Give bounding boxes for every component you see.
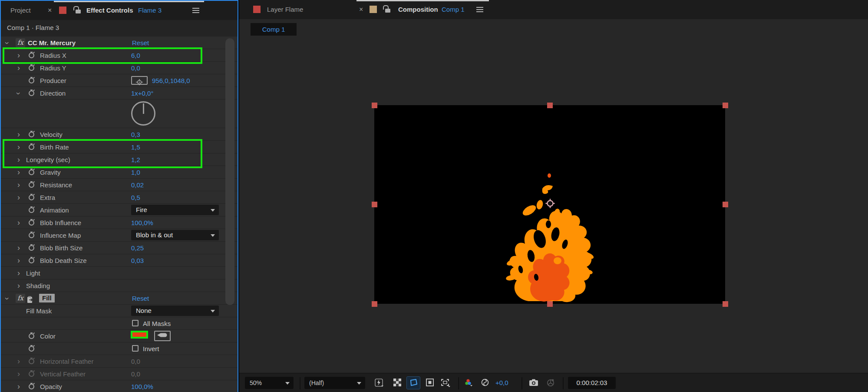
reset-button[interactable]: Reset [132,292,149,305]
tab-composition-target[interactable]: Comp 1 [442,0,465,19]
fast-previews-button[interactable] [373,377,386,389]
composition-viewport[interactable] [374,105,725,304]
param-value[interactable]: 1,2 [131,153,140,166]
dropdown-animation[interactable]: Fire [131,205,219,215]
stopwatch-icon[interactable] [29,53,34,58]
stopwatch-icon[interactable] [29,144,34,150]
twirl-icon[interactable]: › [17,62,20,74]
timecode-display[interactable]: 0:00:02:03 [568,377,616,389]
guides-grid-options-button[interactable] [439,377,452,389]
tab-effect-controls-target[interactable]: Flame 3 [138,1,162,20]
twirl-icon[interactable]: › [17,153,20,166]
fx-badge[interactable]: fx [16,294,25,303]
param-value[interactable]: 0,03 [131,254,144,267]
handle-top-center[interactable] [547,103,553,108]
close-panel-icon[interactable]: × [48,1,52,20]
twirl-icon[interactable]: › [17,191,20,204]
channel-views-button[interactable] [462,377,475,389]
twirl-icon[interactable]: › [17,380,20,392]
tab-effect-controls[interactable]: Effect Controls [86,1,133,20]
stopwatch-icon[interactable] [29,90,34,96]
stopwatch-icon[interactable] [29,333,34,339]
region-of-interest-button[interactable] [423,377,436,389]
fx-badge[interactable]: fx [16,38,25,47]
stopwatch-icon[interactable] [29,220,34,226]
param-value[interactable]: 0,3 [131,128,140,141]
param-value[interactable]: 956,0,1048,0 [152,74,190,87]
twirl-icon[interactable]: › [17,216,20,229]
handle-mid-left[interactable] [372,202,377,207]
zoom-dropdown[interactable]: 50% [245,377,294,389]
stopwatch-icon[interactable] [29,195,34,200]
stopwatch-icon[interactable] [29,132,34,137]
tab-project[interactable]: Project [10,1,31,20]
param-value[interactable]: 1,0 [131,166,140,179]
stopwatch-icon[interactable] [29,182,34,188]
param-value[interactable]: 0,5 [131,191,140,204]
stopwatch-icon[interactable] [29,371,34,377]
stopwatch-icon[interactable] [29,207,34,213]
direction-dial[interactable] [131,101,155,126]
stopwatch-icon[interactable] [29,78,34,83]
handle-bottom-left[interactable] [372,301,377,307]
param-value[interactable]: 100,0% [131,216,153,229]
twirl-icon[interactable]: › [17,368,20,380]
stopwatch-icon[interactable] [29,359,34,364]
label-color-swatch[interactable] [59,7,66,14]
show-snapshot-button[interactable] [544,377,557,389]
close-panel-icon[interactable]: × [359,0,363,19]
checkbox-invert[interactable] [132,345,139,352]
twirl-icon[interactable]: › [17,49,20,62]
stopwatch-icon[interactable] [29,65,34,71]
reset-button[interactable]: Reset [132,37,149,49]
twirl-icon[interactable]: › [17,279,20,292]
twirl-icon[interactable]: › [17,355,20,368]
dropdown-fill-mask[interactable]: None [131,306,219,316]
param-value[interactable]: 1x+0,0° [131,87,153,100]
layer-label-color-swatch[interactable] [253,6,261,13]
stopwatch-icon[interactable] [29,346,34,352]
twirl-icon[interactable]: › [17,179,20,191]
scrollbar-thumb[interactable] [225,38,234,305]
tab-layer[interactable]: Layer Flame [267,0,303,19]
handle-top-left[interactable] [372,103,377,108]
exposure-value[interactable]: +0,0 [495,377,508,389]
handle-bottom-center[interactable] [547,301,553,307]
param-value[interactable]: 0,02 [131,179,144,191]
unlock-icon[interactable] [385,9,390,13]
twirl-icon[interactable]: › [17,141,20,153]
twirl-icon[interactable]: › [1,297,13,300]
dropdown-influence-map[interactable]: Blob in & out [131,230,219,240]
comp-selector-tab[interactable]: Comp 1 [251,23,297,36]
comp-label-color-swatch[interactable] [370,6,377,13]
stopwatch-icon[interactable] [29,169,34,175]
resolution-dropdown[interactable]: (Half) [304,377,365,389]
param-value[interactable]: 6,0 [131,49,140,62]
stopwatch-icon[interactable] [29,258,34,263]
snapshot-button[interactable] [527,377,540,389]
mask-visibility-button[interactable] [407,377,420,389]
tab-composition[interactable]: Composition [398,0,438,19]
param-value[interactable]: 0,0 [131,355,140,368]
exposure-toggle-button[interactable] [479,377,492,389]
twirl-icon[interactable]: › [12,92,25,95]
unlock-icon[interactable] [76,10,81,13]
handle-bottom-right[interactable] [723,301,728,307]
twirl-icon[interactable]: › [17,128,20,141]
twirl-icon[interactable]: › [17,166,20,179]
twirl-icon[interactable]: › [17,254,20,267]
point-picker-button[interactable] [131,76,148,85]
stopwatch-icon[interactable] [29,245,34,251]
twirl-icon[interactable]: › [1,42,13,44]
panel-menu-icon[interactable] [192,8,199,9]
param-value[interactable]: 1,5 [131,141,140,153]
checkbox-all-masks[interactable] [132,320,139,326]
param-value[interactable]: 0,0 [131,62,140,74]
twirl-icon[interactable]: › [17,267,20,279]
param-value[interactable]: 100,0% [131,380,153,392]
handle-mid-right[interactable] [723,202,728,207]
transparency-grid-button[interactable] [391,377,404,389]
color-swatch[interactable] [131,331,148,339]
param-value[interactable]: 0,0 [131,368,140,380]
stopwatch-icon[interactable] [29,233,34,238]
